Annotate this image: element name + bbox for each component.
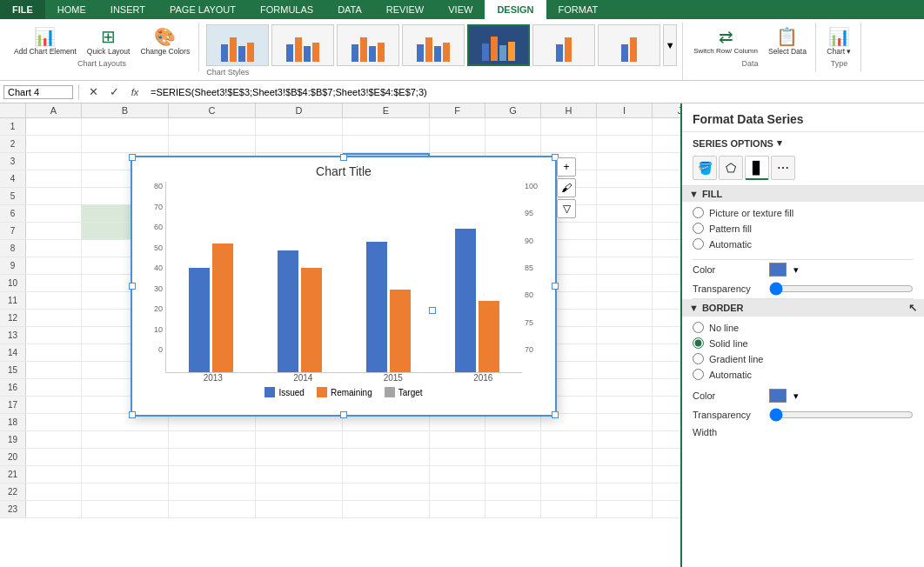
legend-target: Target [385,387,423,397]
change-colors-button[interactable]: 🎨 Change Colors [137,24,193,57]
chart-type-label: Chart ▾ [827,47,851,56]
legend-remaining: Remaining [317,387,372,397]
col-header-h: H [541,103,597,117]
border-transparency-slider[interactable] [769,408,914,422]
table-row: 22 [0,484,680,501]
tab-format[interactable]: FORMAT [546,0,611,19]
picture-texture-label: Picture or texture fill [709,208,793,218]
resize-handle-ml[interactable] [129,283,136,290]
pattern-fill-label: Pattern fill [709,223,752,234]
tab-review[interactable]: REVIEW [374,0,436,19]
bar-group-2013 [171,243,251,372]
tab-design[interactable]: DESIGN [485,0,546,19]
gradient-line-row: Gradient line [693,353,914,364]
border-color-swatch[interactable] [769,389,787,403]
confirm-formula-button[interactable]: ✓ [105,83,123,101]
cancel-formula-button[interactable]: ✕ [84,83,102,101]
chart-style-6[interactable] [532,24,595,66]
chart-type-icon: 📊 [828,26,850,47]
tab-home[interactable]: HOME [45,0,98,19]
shape-icon-btn[interactable]: ⬠ [719,156,743,180]
panel-icon-row: 🪣 ⬠ ▊ ⋯ [682,152,924,186]
border-color-dropdown[interactable]: ▾ [793,390,799,402]
automatic-border-radio[interactable] [693,369,704,380]
resize-handle-bm[interactable] [340,411,347,418]
tab-view[interactable]: VIEW [436,0,485,19]
more-icon-btn[interactable]: ⋯ [771,156,795,180]
pattern-fill-radio[interactable] [693,223,704,234]
series-options-header[interactable]: SERIES OPTIONS ▾ [682,132,924,152]
select-data-icon: 📋 [776,26,798,47]
add-chart-icon: 📊 [34,26,56,47]
tab-page-layout[interactable]: PAGE LAYOUT [157,0,248,19]
chart-body: 0 10 20 30 40 50 60 70 80 [132,182,555,373]
chart-title[interactable]: Chart Title [132,157,555,182]
chart-style-7[interactable] [598,24,660,66]
chart-style-4[interactable] [402,24,465,66]
chart-style-scroll[interactable]: ▼ [663,24,677,66]
quick-layout-button[interactable]: ⊞ Quick Layout [84,24,134,57]
fill-color-swatch[interactable] [769,263,787,277]
tab-formulas[interactable]: FORMULAS [248,0,325,19]
chart-container[interactable]: + 🖌 ▽ Chart Title 0 10 20 30 40 50 6 [131,156,557,417]
resize-handle-mr[interactable] [552,283,559,290]
bar-2015-issued [366,242,387,372]
data-label: Data [742,59,759,70]
fill-icon-btn[interactable]: 🪣 [693,156,717,180]
chart-style-btn[interactable]: 🖌 [557,178,576,197]
solid-line-radio[interactable] [693,337,704,349]
switch-row-col-button[interactable]: ⇄ Switch Row/ Column [690,24,761,57]
fill-transparency-slider[interactable] [769,282,914,296]
resize-handle-br[interactable] [552,411,559,418]
tab-data[interactable]: DATA [325,0,374,19]
gradient-line-radio[interactable] [693,353,704,364]
resize-handle-tl[interactable] [129,154,136,161]
x-label-2015: 2015 [352,373,434,383]
select-data-button[interactable]: 📋 Select Data [765,24,810,57]
name-box[interactable] [3,85,73,99]
spreadsheet-content: 1 2 [0,118,680,518]
border-header[interactable]: ▼ BORDER ↖ [682,299,924,317]
chart-styles-group: ▼ Chart Styles [201,23,683,80]
col-header-j: J [653,103,680,117]
resize-handle-bl[interactable] [129,411,136,418]
x-label-2014: 2014 [263,373,345,383]
series-options-chevron: ▾ [777,137,782,149]
chart-type-button[interactable]: 📊 Chart ▾ [823,24,854,57]
fill-section: ▼ FILL Picture or texture fill Pattern f… [682,186,924,259]
chart-add-element-btn[interactable]: + [557,157,576,177]
picture-texture-radio[interactable] [693,207,704,218]
chart-style-3[interactable] [337,24,399,66]
resize-handle-tm[interactable] [340,154,347,161]
chart-filter-btn[interactable]: ▽ [557,199,576,218]
tab-insert[interactable]: INSERT [98,0,157,19]
chart-legend: Issued Remaining Target [132,387,555,397]
no-line-radio[interactable] [693,322,704,333]
bars-container [165,182,522,373]
table-row: 2 [0,136,680,153]
formula-input[interactable] [147,86,921,98]
chart-style-1[interactable] [206,24,269,66]
fill-color-dropdown[interactable]: ▾ [793,264,799,276]
fill-header[interactable]: ▼ FILL [682,186,924,202]
corner-cell [0,103,26,117]
chart-style-2[interactable] [271,24,334,66]
chart-layouts-label: Chart Layouts [77,59,126,70]
automatic-fill-radio[interactable] [693,238,704,250]
fill-title-label: FILL [702,189,722,199]
chart-styles-label: Chart Styles [206,68,677,78]
switch-row-col-label: Switch Row/ Column [693,47,758,56]
no-line-row: No line [693,322,914,333]
fill-color-label: Color [693,264,762,275]
automatic-border-row: Automatic [693,369,914,380]
border-title-label: BORDER [702,303,744,313]
table-row: 20 [0,449,680,466]
add-chart-element-button[interactable]: 📊 Add Chart Element [10,24,80,57]
chart-style-5-selected[interactable] [467,24,530,66]
tab-file[interactable]: FILE [0,0,45,19]
insert-function-button[interactable]: fx [126,83,144,101]
panel-title: Format Data Series [682,103,924,132]
quick-layout-label: Quick Layout [87,47,131,56]
bar-chart-icon-btn[interactable]: ▊ [745,156,769,180]
legend-issued-label: Issued [278,388,304,397]
